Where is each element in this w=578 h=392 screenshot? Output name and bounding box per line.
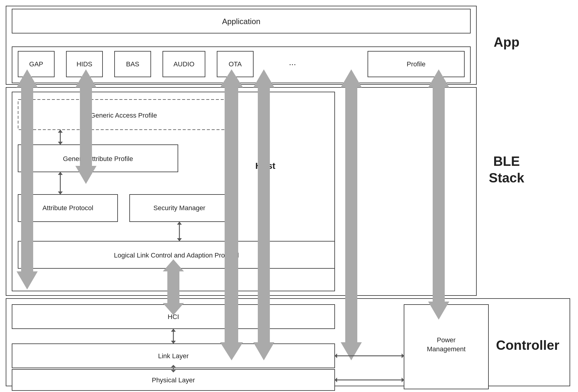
svg-rect-17 <box>368 51 464 77</box>
svg-marker-47 <box>80 84 92 169</box>
svg-text:HCI: HCI <box>168 313 179 321</box>
svg-rect-30 <box>18 241 335 268</box>
svg-marker-56 <box>345 84 357 345</box>
svg-marker-66 <box>58 172 63 175</box>
svg-text:GAP: GAP <box>29 60 43 68</box>
svg-marker-59 <box>433 84 445 305</box>
svg-rect-36 <box>12 344 335 368</box>
svg-marker-63 <box>58 130 63 133</box>
svg-rect-6 <box>18 51 54 77</box>
svg-rect-0 <box>6 6 476 84</box>
svg-marker-61 <box>428 302 449 320</box>
svg-text:BAS: BAS <box>126 60 139 68</box>
svg-marker-45 <box>17 69 38 87</box>
svg-text:OTA: OTA <box>229 60 242 68</box>
svg-marker-54 <box>253 69 274 87</box>
svg-rect-26 <box>18 194 118 222</box>
svg-marker-72 <box>163 259 184 271</box>
architecture-diagram: Application GAP HIDS BAS AUDIO OTA ··· P… <box>0 0 578 392</box>
svg-rect-2 <box>6 299 570 386</box>
svg-text:Management: Management <box>427 345 466 353</box>
svg-marker-49 <box>75 166 96 184</box>
svg-rect-22 <box>18 100 229 130</box>
svg-rect-5 <box>12 47 470 83</box>
svg-marker-46 <box>17 271 38 289</box>
svg-marker-58 <box>341 342 362 360</box>
svg-rect-24 <box>18 145 178 172</box>
svg-marker-73 <box>163 303 184 315</box>
svg-marker-84 <box>335 378 337 382</box>
svg-text:Generic Attribute Profile: Generic Attribute Profile <box>63 155 133 163</box>
svg-rect-3 <box>12 9 470 33</box>
svg-text:Generic Access Profile: Generic Access Profile <box>90 112 157 119</box>
svg-rect-12 <box>163 51 205 77</box>
svg-marker-82 <box>402 353 404 358</box>
svg-text:Link Layer: Link Layer <box>158 352 189 360</box>
svg-marker-71 <box>167 270 179 305</box>
svg-marker-52 <box>220 342 243 360</box>
svg-marker-78 <box>171 365 176 367</box>
svg-marker-57 <box>341 69 362 87</box>
svg-marker-50 <box>225 84 238 345</box>
svg-text:App: App <box>494 35 520 49</box>
svg-marker-76 <box>171 341 176 344</box>
svg-text:Controller: Controller <box>496 338 559 352</box>
svg-text:Power: Power <box>437 336 456 344</box>
svg-marker-55 <box>253 342 274 360</box>
svg-marker-69 <box>177 222 182 225</box>
svg-rect-8 <box>66 51 103 77</box>
svg-marker-79 <box>171 370 176 372</box>
svg-marker-51 <box>220 69 243 87</box>
svg-marker-60 <box>428 69 449 87</box>
svg-text:BLE: BLE <box>493 154 520 169</box>
svg-text:Security Manager: Security Manager <box>153 204 205 212</box>
svg-marker-75 <box>171 329 176 332</box>
svg-marker-53 <box>258 84 270 345</box>
svg-marker-48 <box>75 69 96 87</box>
svg-marker-67 <box>58 191 63 194</box>
svg-marker-81 <box>335 353 337 358</box>
svg-text:Attribute Protocol: Attribute Protocol <box>43 204 93 212</box>
svg-rect-14 <box>217 51 253 77</box>
svg-marker-44 <box>21 84 33 274</box>
svg-text:HIDS: HIDS <box>77 60 93 68</box>
svg-rect-28 <box>130 194 229 222</box>
svg-rect-38 <box>12 369 335 390</box>
svg-text:Stack: Stack <box>489 170 524 185</box>
svg-rect-20 <box>12 92 335 291</box>
svg-text:Host: Host <box>255 161 276 171</box>
svg-text:Application: Application <box>222 17 260 26</box>
svg-text:···: ··· <box>289 59 296 69</box>
svg-rect-40 <box>404 305 488 389</box>
diagram-container: Application GAP HIDS BAS AUDIO OTA ··· P… <box>0 0 578 392</box>
svg-marker-85 <box>402 378 404 382</box>
svg-rect-10 <box>115 51 151 77</box>
svg-marker-64 <box>58 142 63 145</box>
svg-text:Profile: Profile <box>407 60 425 68</box>
svg-text:Physical Layer: Physical Layer <box>152 376 195 384</box>
svg-rect-1 <box>6 87 476 296</box>
svg-text:AUDIO: AUDIO <box>173 60 194 68</box>
svg-rect-34 <box>12 305 335 329</box>
svg-text:Logical Link Control and Adapt: Logical Link Control and Adaption Protoc… <box>114 251 239 259</box>
svg-marker-70 <box>177 238 182 241</box>
